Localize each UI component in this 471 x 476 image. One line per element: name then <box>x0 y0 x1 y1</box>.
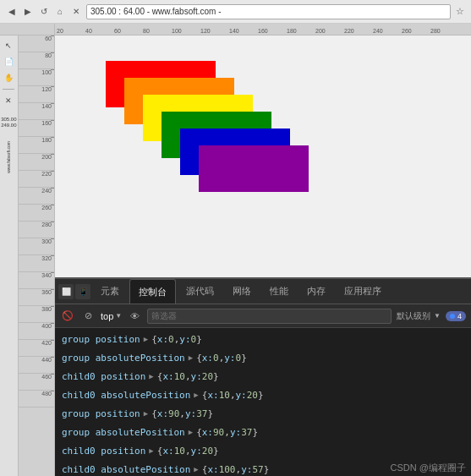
devtools-panel: ⬜ 📱 元素 控制台 源代码 网络 性能 内存 <box>55 277 471 476</box>
ruler-left-mark: 380 <box>19 306 54 323</box>
ruler-left-mark: 480 <box>19 391 54 408</box>
ruler-top-mark: 20 <box>57 28 85 34</box>
devtools-content: group position▶{x: 0, y: 0}group absolut… <box>55 328 471 476</box>
console-punct: , <box>179 408 185 419</box>
console-num: 0 <box>213 353 219 364</box>
console-punct: } <box>252 427 258 438</box>
console-prop-name: child0 position <box>62 446 145 457</box>
ruler-left-mark: 340 <box>19 272 54 289</box>
bookmark-icon[interactable]: ☆ <box>454 4 466 19</box>
console-punct: { <box>151 334 157 345</box>
ruler-left-mark: 80 <box>19 52 54 69</box>
console-key: y: <box>241 464 252 475</box>
console-punct: , <box>185 446 191 457</box>
watermark: CSDN @编程圈子 <box>391 462 466 474</box>
stop-icon[interactable]: ✕ <box>69 5 83 19</box>
pointer-icon[interactable]: ↖ <box>2 39 15 52</box>
console-punct: { <box>151 408 157 419</box>
coord-x: 305.00 <box>1 117 16 123</box>
expand-arrow-icon: ▶ <box>194 465 198 473</box>
ruler-left-mark: 220 <box>19 171 54 188</box>
console-punct: , <box>174 334 180 345</box>
tab-elements[interactable]: 元素 <box>92 279 128 304</box>
hand-icon[interactable]: ✋ <box>2 71 15 85</box>
console-num: 20 <box>202 371 213 382</box>
ruler-top-mark: 100 <box>172 28 200 34</box>
cross-icon[interactable]: ✕ <box>2 94 15 107</box>
console-punct: , <box>224 427 230 438</box>
ruler-top-mark: 120 <box>200 28 229 34</box>
console-punct: { <box>196 427 202 438</box>
ruler-left-mark: 460 <box>19 374 54 391</box>
expand-arrow-icon: ▶ <box>189 428 193 436</box>
divider <box>3 89 14 90</box>
coord-box: 305.00 249.00 <box>3 110 14 135</box>
console-prop-name: child0 absolutePosition <box>62 390 190 401</box>
ruler-top-mark: 280 <box>430 28 459 34</box>
eye-icon[interactable]: 👁 <box>127 309 142 324</box>
tab-console[interactable]: 控制台 <box>129 279 176 304</box>
tab-application[interactable]: 应用程序 <box>336 279 390 304</box>
ruler-left-mark: 360 <box>19 289 54 306</box>
console-line: child0 position▶{x: 10, y: 20} <box>55 367 471 386</box>
console-key: y: <box>191 371 202 382</box>
console-key: x: <box>157 334 168 345</box>
tab-memory[interactable]: 内存 <box>298 279 334 304</box>
console-num: 90 <box>213 427 224 438</box>
ruler-left-mark: 200 <box>19 154 54 171</box>
console-line: child0 absolutePosition▶{x: 10, y: 20} <box>55 386 471 404</box>
canvas-area: ⬜ 📱 元素 控制台 源代码 网络 性能 内存 <box>55 36 471 476</box>
ruler-top-mark: 260 <box>402 28 430 34</box>
badge-dot <box>450 314 455 319</box>
console-key: x: <box>162 371 173 382</box>
ruler-left-mark: 300 <box>19 238 54 255</box>
ruler-top-mark: 60 <box>114 28 143 34</box>
reload-icon[interactable]: ↺ <box>37 5 51 19</box>
address-text: 305.00 : 64.00 - www.fabsoft.com - <box>90 7 222 16</box>
expand-arrow-icon: ▶ <box>144 335 148 343</box>
devtools-icon-inspect[interactable]: ⬜ <box>58 284 74 299</box>
console-line: group position▶{x: 90, y: 37} <box>55 404 471 423</box>
console-key: y: <box>230 427 241 438</box>
console-key: y: <box>224 353 235 364</box>
console-prop-name: child0 position <box>62 371 145 382</box>
ruler-left-mark: 60 <box>19 36 54 52</box>
console-key: y: <box>185 408 196 419</box>
console-line: group absolutePosition▶{x: 0, y: 0} <box>55 348 471 367</box>
address-bar[interactable]: 305.00 : 64.00 - www.fabsoft.com - <box>86 4 451 19</box>
console-key: x: <box>207 390 218 401</box>
tab-network[interactable]: 网络 <box>224 279 260 304</box>
console-punct: } <box>213 371 219 382</box>
console-punct: , <box>185 371 191 382</box>
expand-arrow-icon: ▶ <box>149 372 153 380</box>
level-selector[interactable]: 默认级别 ▼ <box>397 310 441 322</box>
ruler-left-mark: 440 <box>19 357 54 374</box>
toolbar-strip: ↖ 📄 ✋ ✕ 305.00 249.00 www.fabsoft.com <box>0 36 19 476</box>
context-selector[interactable]: top ▼ <box>101 311 122 321</box>
rect-purple <box>199 145 309 192</box>
console-punct: , <box>236 464 242 475</box>
ruler-top: 20 40 60 80 100 120 140 160 180 200 220 … <box>0 24 471 36</box>
home-icon[interactable]: ⌂ <box>53 5 67 19</box>
devtools-icon-mobile[interactable]: 📱 <box>75 284 90 299</box>
error-badge: 4 <box>446 311 466 321</box>
page-icon[interactable]: 📄 <box>2 55 15 68</box>
ruler-left-mark: 140 <box>19 103 54 120</box>
no-entry-btn[interactable]: ⊘ <box>80 309 96 324</box>
devtools-toolbar: 🚫 ⊘ top ▼ 👁 默认级别 ▼ 4 <box>55 304 471 328</box>
ruler-left-mark: 180 <box>19 137 54 154</box>
console-punct: } <box>213 446 219 457</box>
console-punct: } <box>207 408 213 419</box>
tab-sources[interactable]: 源代码 <box>178 279 222 304</box>
console-num: 10 <box>174 446 185 457</box>
tab-performance[interactable]: 性能 <box>261 279 297 304</box>
forward-icon[interactable]: ▶ <box>21 5 35 19</box>
console-key: x: <box>157 408 168 419</box>
console-prop-name: group position <box>62 334 140 345</box>
devtools-tabs: ⬜ 📱 元素 控制台 源代码 网络 性能 内存 <box>55 279 471 304</box>
back-icon[interactable]: ◀ <box>5 5 19 19</box>
clear-console-btn[interactable]: 🚫 <box>60 309 75 324</box>
ruler-top-mark: 220 <box>344 28 373 34</box>
filter-input[interactable] <box>147 309 392 324</box>
ruler-left-mark: 420 <box>19 340 54 357</box>
